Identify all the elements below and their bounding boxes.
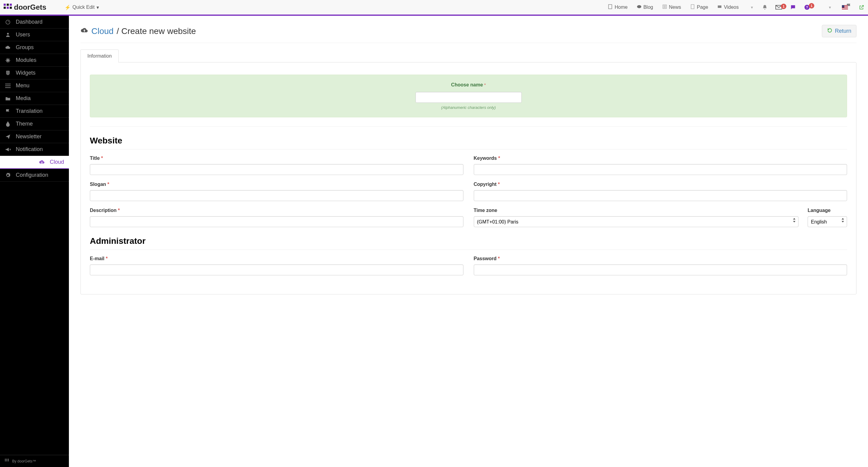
svg-rect-21 xyxy=(5,87,11,88)
title-input[interactable] xyxy=(90,164,463,175)
quick-edit-label: Quick Edit xyxy=(72,5,95,10)
flag-icon xyxy=(5,108,11,114)
nav-news[interactable]: News xyxy=(662,4,681,10)
sidebar-item-label: Configuration xyxy=(16,172,48,178)
page-header: Cloud / Create new website Return xyxy=(81,25,857,43)
svg-rect-3 xyxy=(4,7,6,9)
description-input[interactable] xyxy=(90,216,463,227)
timezone-select[interactable]: (GMT+01:00) Paris xyxy=(474,216,799,227)
breadcrumb-cloud-link[interactable]: Cloud xyxy=(91,26,114,36)
nav-videos[interactable]: Videos xyxy=(717,4,739,10)
sidebar-item-theme[interactable]: Theme xyxy=(0,118,69,130)
title-label: Title * xyxy=(90,156,463,161)
keywords-label: Keywords * xyxy=(474,156,847,161)
news-icon xyxy=(662,4,667,10)
cloud-icon xyxy=(5,44,11,51)
blog-icon xyxy=(637,4,642,10)
sidebar-item-cloud[interactable]: Cloud xyxy=(0,156,69,169)
doc-icon xyxy=(690,4,695,10)
nav-links: Home Blog News Page Videos ▾ xyxy=(608,4,753,10)
password-label: Password * xyxy=(474,256,847,261)
language-select[interactable]: English xyxy=(808,216,847,227)
mail-icon[interactable]: 1 xyxy=(775,5,782,10)
svg-rect-25 xyxy=(5,460,6,461)
copyright-label: Copyright * xyxy=(474,181,847,187)
nav-blog[interactable]: Blog xyxy=(637,4,653,10)
sidebar-item-label: Media xyxy=(16,95,31,102)
sidebar-item-label: Widgets xyxy=(16,70,35,76)
nav-news-label: News xyxy=(669,5,681,10)
slogan-input[interactable] xyxy=(90,190,463,201)
caret-down-icon: ▾ xyxy=(96,5,99,10)
quick-edit-toggle[interactable]: ⚡ Quick Edit ▾ xyxy=(65,5,99,10)
required-star: * xyxy=(498,181,500,187)
sidebar-item-notification[interactable]: Notification xyxy=(0,143,69,156)
sidebar-item-modules[interactable]: Modules xyxy=(0,54,69,67)
nav-page-label: Page xyxy=(697,5,708,10)
sidebar-item-configuration[interactable]: Configuration xyxy=(0,169,69,181)
external-link-icon[interactable] xyxy=(859,5,864,10)
folder-icon xyxy=(5,96,11,102)
sidebar-footer[interactable]: By doorGets™ xyxy=(0,455,69,467)
keywords-input[interactable] xyxy=(474,164,847,175)
language-flag[interactable] xyxy=(839,5,851,9)
bell-icon[interactable] xyxy=(762,5,768,10)
tab-label: Information xyxy=(87,54,112,59)
required-star: * xyxy=(107,181,109,187)
nav-more-caret[interactable]: ▾ xyxy=(751,5,753,10)
sidebar-item-translation[interactable]: Translation xyxy=(0,105,69,118)
sidebar-item-label: Newsletter xyxy=(16,133,41,140)
breadcrumb-tail: / Create new website xyxy=(117,26,196,36)
choose-name-input[interactable] xyxy=(415,92,522,103)
choose-name-box: Choose name * (Alphanumeric characters o… xyxy=(90,75,847,118)
help-badge: 1 xyxy=(809,3,814,8)
nav-videos-label: Videos xyxy=(724,5,739,10)
sidebar-item-newsletter[interactable]: Newsletter xyxy=(0,130,69,143)
svg-rect-19 xyxy=(5,84,11,84)
sidebar-item-users[interactable]: Users xyxy=(0,29,69,41)
sidebar-item-label: Groups xyxy=(16,44,34,51)
sidebar-item-label: Translation xyxy=(16,108,42,114)
timezone-label: Time zone xyxy=(474,208,799,213)
logo-icon xyxy=(4,4,12,11)
navbar: doorGets ⚡ Quick Edit ▾ Home Blog News P… xyxy=(0,0,868,16)
svg-rect-6 xyxy=(609,5,612,9)
breadcrumb: Cloud / Create new website xyxy=(81,26,196,36)
slogan-label: Slogan * xyxy=(90,181,463,187)
chat-icon[interactable] xyxy=(790,4,796,10)
send-icon xyxy=(5,134,11,140)
asterisk-icon xyxy=(5,57,11,63)
svg-rect-5 xyxy=(10,7,12,9)
dashboard-icon xyxy=(5,19,11,25)
megaphone-icon xyxy=(5,146,11,153)
help-icon[interactable]: ? 1 xyxy=(804,4,810,10)
sidebar-item-dashboard[interactable]: Dashboard xyxy=(0,16,69,29)
return-button[interactable]: Return xyxy=(822,25,857,37)
sidebar-item-groups[interactable]: Groups xyxy=(0,41,69,54)
bolt-icon: ⚡ xyxy=(65,5,71,10)
email-input[interactable] xyxy=(90,264,463,275)
menu-icon xyxy=(5,83,11,89)
logo[interactable]: doorGets xyxy=(4,3,46,11)
user-avatar[interactable] xyxy=(818,5,821,10)
drop-icon xyxy=(5,121,11,127)
choose-name-hint: (Alphanumeric characters only) xyxy=(97,105,839,110)
sidebar-item-widgets[interactable]: Widgets xyxy=(0,67,69,79)
nav-page[interactable]: Page xyxy=(690,4,708,10)
required-star: * xyxy=(101,156,103,161)
sidebar-item-label: Notification xyxy=(16,146,43,153)
copyright-input[interactable] xyxy=(474,190,847,201)
magnet-icon xyxy=(5,70,11,76)
svg-rect-27 xyxy=(8,460,9,461)
svg-rect-23 xyxy=(6,459,7,460)
nav-home[interactable]: Home xyxy=(608,4,628,10)
section-admin-title: Administrator xyxy=(90,236,847,250)
sidebar: Dashboard Users Groups Modules Widgets M… xyxy=(0,16,69,467)
password-input[interactable] xyxy=(474,264,847,275)
tab-information[interactable]: Information xyxy=(81,49,119,63)
gear-icon xyxy=(5,172,11,178)
sidebar-item-label: Cloud xyxy=(50,159,64,165)
required-star: * xyxy=(498,156,500,161)
sidebar-item-menu[interactable]: Menu xyxy=(0,79,69,92)
sidebar-item-media[interactable]: Media xyxy=(0,92,69,105)
